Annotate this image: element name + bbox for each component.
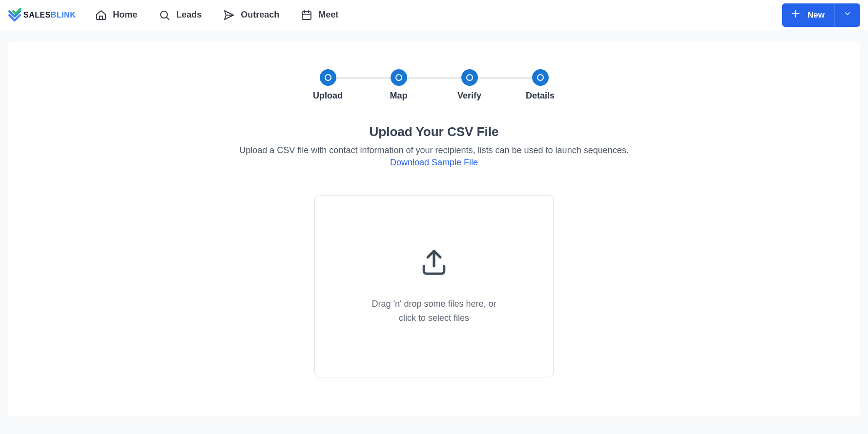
drop-line-1: Drag 'n' drop some files here, or bbox=[372, 297, 496, 311]
svg-line-1 bbox=[166, 17, 169, 20]
nav-home[interactable]: Home bbox=[95, 9, 137, 21]
step-map-label: Map bbox=[390, 91, 408, 101]
step-details[interactable]: Details bbox=[505, 69, 576, 101]
plus-icon bbox=[791, 9, 801, 21]
step-verify-label: Verify bbox=[457, 91, 481, 101]
main-nav: Home Leads Outreach bbox=[95, 9, 338, 21]
nav-meet-label: Meet bbox=[318, 10, 338, 20]
drop-line-2: click to select files bbox=[372, 311, 496, 325]
logo-mark-icon bbox=[8, 8, 21, 22]
page-content: Upload Map Verify Details Upload Your CS… bbox=[8, 42, 860, 416]
step-verify[interactable]: Verify bbox=[434, 69, 505, 101]
home-icon bbox=[95, 9, 107, 21]
new-button-label: New bbox=[807, 10, 825, 20]
nav-leads[interactable]: Leads bbox=[159, 9, 202, 21]
download-sample-link[interactable]: Download Sample File bbox=[27, 158, 841, 168]
step-upload[interactable]: Upload bbox=[292, 69, 363, 101]
send-icon bbox=[223, 9, 235, 21]
svg-rect-3 bbox=[302, 12, 311, 20]
search-icon bbox=[159, 9, 170, 21]
brand-text-1: SALES bbox=[23, 11, 51, 19]
nav-home-label: Home bbox=[113, 10, 137, 20]
file-dropzone[interactable]: Drag 'n' drop some files here, or click … bbox=[314, 195, 554, 377]
step-details-label: Details bbox=[526, 91, 555, 101]
page-heading: Upload Your CSV File bbox=[27, 124, 841, 139]
new-button[interactable]: New bbox=[782, 3, 860, 27]
top-header: SALESBLINK Home Leads bbox=[0, 0, 868, 30]
dropzone-text: Drag 'n' drop some files here, or click … bbox=[372, 297, 496, 325]
calendar-icon bbox=[301, 9, 312, 21]
step-circle-icon bbox=[461, 69, 478, 86]
nav-outreach[interactable]: Outreach bbox=[223, 9, 279, 21]
step-circle-icon bbox=[532, 69, 549, 86]
page-subheading: Upload a CSV file with contact informati… bbox=[27, 145, 841, 156]
step-circle-icon bbox=[320, 69, 336, 86]
upload-icon bbox=[419, 247, 449, 279]
nav-outreach-label: Outreach bbox=[241, 10, 279, 20]
step-upload-label: Upload bbox=[313, 91, 343, 101]
step-circle-icon bbox=[391, 69, 407, 86]
stepper: Upload Map Verify Details bbox=[27, 69, 841, 101]
brand-logo[interactable]: SALESBLINK bbox=[8, 8, 76, 22]
brand-text-2: BLINK bbox=[51, 11, 76, 19]
step-map[interactable]: Map bbox=[363, 69, 434, 101]
nav-meet[interactable]: Meet bbox=[301, 9, 338, 21]
nav-leads-label: Leads bbox=[176, 10, 202, 20]
chevron-down-icon bbox=[844, 10, 851, 20]
